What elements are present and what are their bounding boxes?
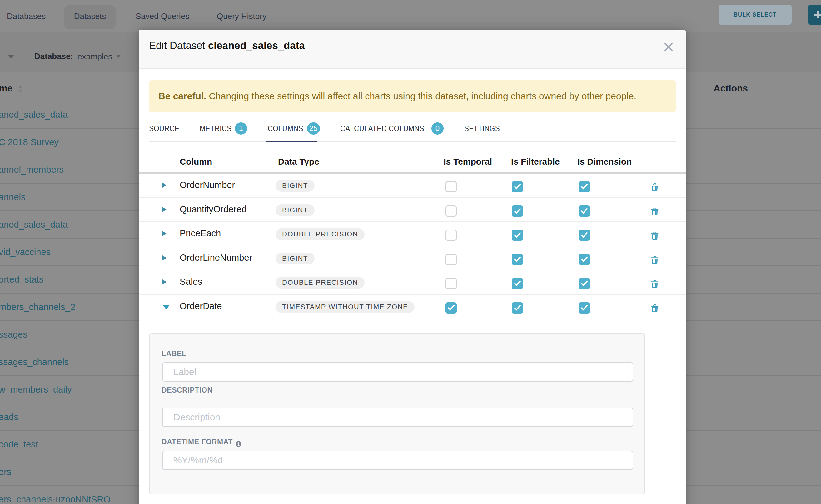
is-filterable-checkbox[interactable] xyxy=(512,278,523,289)
dataset-link[interactable]: ers xyxy=(0,467,11,477)
dataset-link[interactable]: ssages xyxy=(0,329,27,340)
trash-icon[interactable] xyxy=(651,255,659,263)
data-type-pill: TIMESTAMP WITHOUT TIME ZONE xyxy=(275,301,415,313)
is-dimension-checkbox[interactable] xyxy=(579,278,590,289)
dataset-link[interactable]: ers_channels-uzooNNtSRO xyxy=(0,494,111,504)
is-temporal-checkbox[interactable] xyxy=(446,278,457,289)
is-temporal-checkbox[interactable] xyxy=(446,205,457,217)
data-type-pill: DOUBLE PRECISION xyxy=(275,277,364,289)
is-dimension-checkbox[interactable] xyxy=(579,254,590,265)
expand-caret-icon[interactable] xyxy=(162,183,166,188)
nav-item-saved-queries[interactable]: Saved Queries xyxy=(136,0,189,32)
dataset-link[interactable]: code_test xyxy=(0,439,38,450)
is-dimension-checkbox[interactable] xyxy=(579,181,590,192)
is-dimension-checkbox[interactable] xyxy=(579,302,590,314)
column-name: Sales xyxy=(180,277,202,287)
dataset-link[interactable]: ssages_channels xyxy=(0,357,69,367)
close-icon[interactable] xyxy=(664,42,673,52)
warning-alert-text: Changing these settings will affect all … xyxy=(209,91,636,101)
is-filterable-checkbox[interactable] xyxy=(512,302,523,314)
sort-icon[interactable] xyxy=(18,85,22,93)
bulk-select-button[interactable]: BULK SELECT xyxy=(719,5,792,25)
is-filterable-checkbox[interactable] xyxy=(512,230,523,241)
tab-settings[interactable]: SETTINGS xyxy=(464,122,500,135)
edit-dataset-modal: Edit Dataset cleaned_sales_data Be caref… xyxy=(139,30,686,504)
column-row: OrderNumber BIGINT xyxy=(139,174,686,198)
label-input[interactable] xyxy=(162,362,633,382)
column-name: OrderDate xyxy=(180,301,222,311)
column-row: OrderLineNumber BIGINT xyxy=(139,246,686,271)
info-icon[interactable] xyxy=(235,441,241,447)
nav-item-databases[interactable]: Databases xyxy=(7,0,46,32)
trash-icon[interactable] xyxy=(651,279,659,287)
tab-badge: 0 xyxy=(432,122,444,135)
chevron-down-icon[interactable] xyxy=(116,55,121,58)
dataset-link[interactable]: annels xyxy=(0,192,25,202)
nav-item-query-history[interactable]: Query History xyxy=(217,0,266,32)
tab-metrics[interactable]: METRICS1 xyxy=(200,122,247,135)
datetime-format-field-label: DATETIME FORMAT xyxy=(161,438,241,446)
is-dimension-checkbox[interactable] xyxy=(579,205,590,217)
expand-caret-icon[interactable] xyxy=(162,231,166,236)
label-field-label: LABEL xyxy=(161,349,186,358)
trash-icon[interactable] xyxy=(651,304,659,312)
tab-source[interactable]: SOURCE xyxy=(149,122,179,135)
modal-title: Edit Dataset cleaned_sales_data xyxy=(149,40,305,52)
is-temporal-checkbox[interactable] xyxy=(446,181,457,192)
bg-table-name-header[interactable]: me xyxy=(0,83,12,94)
dataset-link[interactable]: annel_members xyxy=(0,165,64,175)
expand-caret-icon[interactable] xyxy=(162,207,166,212)
top-navbar: Databases Datasets Saved Queries Query H… xyxy=(0,0,821,32)
dataset-link[interactable]: orted_stats xyxy=(0,274,43,285)
database-filter-value[interactable]: examples xyxy=(77,52,112,62)
tab-label: SETTINGS xyxy=(464,124,500,133)
tab-label: COLUMNS xyxy=(268,124,303,133)
dataset-link[interactable]: C 2018 Survey xyxy=(0,137,59,147)
column-name: PriceEach xyxy=(180,228,221,239)
dataset-link[interactable]: eads xyxy=(0,412,18,422)
is-dimension-checkbox[interactable] xyxy=(579,230,590,241)
col-header-is-filterable: Is Filterable xyxy=(511,157,560,167)
description-input[interactable] xyxy=(162,408,633,427)
col-header-is-temporal: Is Temporal xyxy=(444,157,492,167)
tab-label: SOURCE xyxy=(149,124,179,133)
expand-caret-icon[interactable] xyxy=(163,305,169,309)
is-filterable-checkbox[interactable] xyxy=(512,181,523,192)
data-type-pill: BIGINT xyxy=(275,180,314,192)
is-temporal-checkbox[interactable] xyxy=(446,254,457,265)
tab-calculated-columns[interactable]: CALCULATED COLUMNS0 xyxy=(340,122,444,135)
column-row: Sales DOUBLE PRECISION xyxy=(139,270,686,295)
trash-icon[interactable] xyxy=(651,207,659,215)
dataset-link[interactable]: aned_sales_data xyxy=(0,220,68,230)
dataset-link[interactable]: vid_vaccines xyxy=(0,247,51,257)
description-field-label: DESCRIPTION xyxy=(161,386,213,394)
warning-alert-bold: Be careful. xyxy=(158,91,206,101)
database-filter-label: Database: xyxy=(34,52,73,61)
tab-badge: 25 xyxy=(307,122,320,135)
columns-table-body: OrderNumber BIGINT xyxy=(139,174,686,319)
expand-caret-icon[interactable] xyxy=(162,255,166,260)
dataset-link[interactable]: aned_sales_data xyxy=(0,110,68,120)
dataset-link[interactable]: w_members_daily xyxy=(0,384,72,395)
data-type-pill: BIGINT xyxy=(275,253,314,264)
column-row: PriceEach DOUBLE PRECISION xyxy=(139,222,686,246)
datetime-format-input[interactable] xyxy=(162,451,633,470)
nav-item-datasets[interactable]: Datasets xyxy=(64,0,116,32)
columns-table-header: Column Data Type Is Temporal Is Filterab… xyxy=(139,141,686,174)
dataset-link[interactable]: mbers_channels_2 xyxy=(0,302,75,312)
chevron-down-icon[interactable] xyxy=(7,55,14,58)
trash-icon[interactable] xyxy=(651,231,659,239)
tab-columns[interactable]: COLUMNS25 xyxy=(268,122,320,135)
modal-header: Edit Dataset cleaned_sales_data xyxy=(139,30,686,69)
is-temporal-checkbox[interactable] xyxy=(446,230,457,241)
trash-icon[interactable] xyxy=(651,182,659,190)
is-temporal-checkbox[interactable] xyxy=(446,302,457,314)
expand-caret-icon[interactable] xyxy=(162,279,166,284)
is-filterable-checkbox[interactable] xyxy=(512,205,523,217)
is-filterable-checkbox[interactable] xyxy=(512,254,523,265)
add-dataset-button[interactable] xyxy=(808,5,821,25)
column-name: OrderLineNumber xyxy=(180,253,252,263)
modal-title-prefix: Edit Dataset xyxy=(149,40,208,51)
column-name: OrderNumber xyxy=(180,180,235,190)
data-type-pill: BIGINT xyxy=(275,204,314,216)
